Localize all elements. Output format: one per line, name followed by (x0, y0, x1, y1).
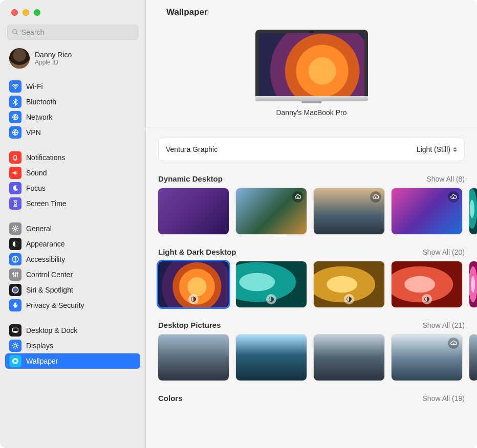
wallpaper-thumb[interactable] (469, 188, 477, 234)
search-placeholder: Search (21, 28, 44, 36)
wifi-icon (9, 80, 21, 93)
wallpaper-thumb[interactable] (158, 334, 229, 380)
bell-icon (9, 151, 21, 164)
svg-point-19 (14, 360, 17, 363)
section-title: Desktop Pictures (158, 321, 221, 329)
chevron-updown-icon (453, 147, 457, 152)
sidebar-item-label: Control Center (26, 271, 73, 279)
sidebar-item-label: Notifications (26, 153, 65, 162)
thumb-row (158, 188, 477, 234)
sidebar-item-privacy-security[interactable]: Privacy & Security (5, 298, 140, 313)
device-name: Danny's MacBook Pro (276, 108, 346, 117)
search-icon (12, 29, 19, 36)
sidebar-item-label: General (26, 225, 52, 233)
section-title: Dynamic Desktop (158, 174, 223, 183)
sidebar-item-label: Siri & Spotlight (26, 286, 73, 294)
header: Wallpaper (146, 0, 477, 28)
wallpaper-thumb[interactable] (314, 334, 384, 380)
wallpaper-thumb[interactable] (236, 334, 307, 380)
sidebar-item-control-center[interactable]: Control Center (5, 267, 140, 282)
moon-icon (9, 182, 21, 194)
sidebar-item-label: Focus (26, 184, 46, 192)
hourglass-icon (9, 197, 21, 210)
wallpaper-thumb[interactable] (236, 261, 307, 307)
sidebar-item-wi-fi[interactable]: Wi-Fi (5, 79, 140, 94)
svg-point-12 (13, 273, 14, 275)
sidebar-item-notifications[interactable]: Notifications (5, 150, 140, 165)
svg-point-15 (12, 287, 18, 293)
wallpaper-thumb[interactable] (236, 188, 307, 234)
sidebar-item-screen-time[interactable]: Screen Time (5, 196, 140, 211)
sidebar-item-displays[interactable]: Displays (5, 338, 140, 353)
sidebar-item-label: Screen Time (26, 199, 67, 208)
wallpaper-thumb[interactable] (469, 261, 477, 307)
globe-icon (9, 126, 21, 139)
section-colors: ColorsShow All (19) (146, 394, 477, 408)
svg-point-0 (13, 30, 17, 34)
wallpaper-thumb[interactable] (158, 188, 229, 234)
wallpaper-thumb[interactable] (469, 334, 477, 380)
sliders-icon (9, 268, 21, 281)
show-all-button[interactable]: Show All (20) (423, 248, 465, 256)
cloud-download-icon (292, 191, 303, 203)
sidebar-item-wallpaper[interactable]: Wallpaper (5, 353, 140, 369)
sidebar-item-label: Displays (26, 342, 53, 350)
wallpaper-thumb[interactable] (314, 261, 384, 307)
show-all-button[interactable]: Show All (21) (423, 321, 465, 329)
appearance-option-popup[interactable]: Light (Still) (417, 145, 457, 153)
svg-line-1 (16, 33, 18, 35)
sidebar-item-appearance[interactable]: Appearance (5, 236, 140, 252)
sidebar-item-accessibility[interactable]: Accessibility (5, 252, 140, 267)
avatar (9, 48, 30, 69)
sidebar-item-sound[interactable]: Sound (5, 165, 140, 181)
show-all-button[interactable]: Show All (8) (426, 175, 465, 183)
wallpaper-thumb[interactable] (314, 188, 384, 234)
maximize-icon[interactable] (34, 9, 40, 16)
close-icon[interactable] (11, 9, 18, 16)
sidebar-item-desktop-dock[interactable]: Desktop & Dock (5, 323, 140, 338)
speaker-icon (9, 167, 21, 179)
sidebar-item-general[interactable]: General (5, 221, 140, 236)
hand-icon (9, 299, 21, 311)
sidebar-item-bluetooth[interactable]: Bluetooth (5, 94, 140, 109)
section-desktop-pictures: Desktop PicturesShow All (21) (146, 321, 477, 380)
sidebar-item-label: Accessibility (26, 255, 65, 263)
sidebar-item-siri-spotlight[interactable]: Siri & Spotlight (5, 282, 140, 298)
sidebar-item-label: Bluetooth (26, 98, 56, 106)
minimize-icon[interactable] (23, 9, 29, 16)
apple-id-row[interactable]: Danny Rico Apple ID (5, 45, 140, 76)
svg-point-14 (17, 273, 18, 274)
sidebar-item-label: Privacy & Security (26, 301, 84, 309)
show-all-button[interactable]: Show All (19) (423, 394, 465, 402)
cloud-download-icon (448, 338, 459, 349)
gear-icon (9, 222, 21, 235)
sidebar-item-label: Sound (26, 169, 47, 177)
wallpaper-thumb[interactable] (392, 334, 462, 380)
wallpaper-thumb[interactable] (392, 188, 462, 234)
bluetooth-icon (9, 96, 21, 108)
sidebar-item-label: Network (26, 113, 52, 121)
preview-area: Danny's MacBook Pro (146, 28, 477, 127)
light-dark-icon (188, 294, 199, 304)
sidebar-item-network[interactable]: Network (5, 109, 140, 125)
sidebar-item-vpn[interactable]: VPN (5, 125, 140, 140)
siri-icon (9, 284, 21, 296)
main-scroll[interactable]: Ventura Graphic Light (Still) Dynamic De… (146, 127, 477, 448)
title-bar (0, 0, 145, 25)
wallpaper-thumb[interactable] (158, 261, 229, 307)
sidebar-item-label: Desktop & Dock (26, 326, 77, 334)
current-wallpaper-name: Ventura Graphic (166, 145, 218, 153)
wallpaper-thumb[interactable] (392, 261, 462, 307)
dock-icon (9, 324, 21, 337)
sidebar-item-focus[interactable]: Focus (5, 181, 140, 196)
popup-value: Light (Still) (417, 145, 450, 153)
svg-point-18 (14, 344, 16, 347)
thumb-row (158, 261, 477, 307)
sidebar-list: Danny Rico Apple ID Wi-FiBluetoothNetwor… (0, 45, 145, 448)
section-title: Colors (158, 394, 183, 402)
search-input[interactable]: Search (7, 25, 138, 40)
sidebar-item-label: Wallpaper (26, 357, 58, 365)
cloud-download-icon (448, 191, 459, 203)
sidebar-item-label: Wi-Fi (26, 82, 43, 91)
svg-point-5 (14, 228, 16, 230)
